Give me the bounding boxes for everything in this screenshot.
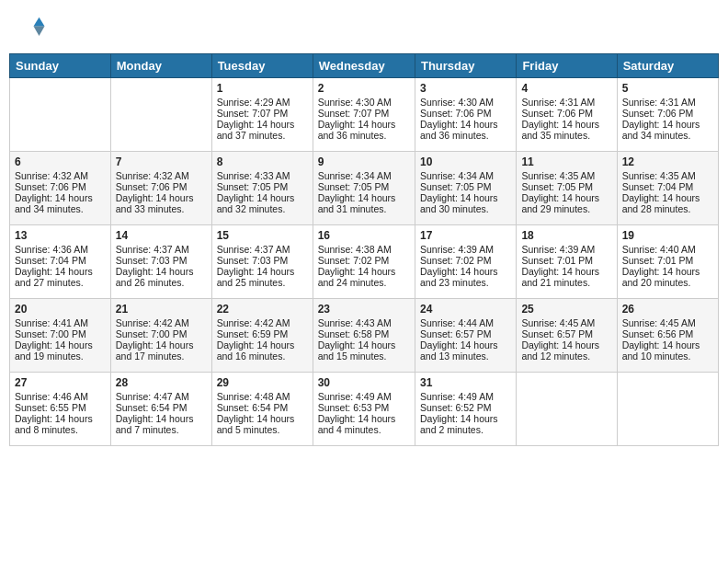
calendar-cell: 23Sunrise: 4:43 AMSunset: 6:58 PMDayligh… xyxy=(313,299,415,373)
daylight-text: Daylight: 14 hours and 15 minutes. xyxy=(318,339,410,362)
day-number: 19 xyxy=(622,229,713,242)
sunset-text: Sunset: 7:02 PM xyxy=(318,255,410,266)
sunrise-text: Sunrise: 4:49 AM xyxy=(318,391,410,402)
sunset-text: Sunset: 7:06 PM xyxy=(521,108,611,119)
sunset-text: Sunset: 6:57 PM xyxy=(521,328,611,339)
sunrise-text: Sunrise: 4:37 AM xyxy=(217,244,308,255)
daylight-text: Daylight: 14 hours and 30 minutes. xyxy=(420,192,511,214)
daylight-text: Daylight: 14 hours and 31 minutes. xyxy=(318,192,410,214)
calendar-cell xyxy=(110,78,211,152)
sunrise-text: Sunrise: 4:35 AM xyxy=(622,170,713,181)
calendar-cell: 28Sunrise: 4:47 AMSunset: 6:54 PMDayligh… xyxy=(110,373,211,446)
daylight-text: Daylight: 14 hours and 7 minutes. xyxy=(116,413,207,435)
sunset-text: Sunset: 6:58 PM xyxy=(318,328,410,339)
sunset-text: Sunset: 6:56 PM xyxy=(622,328,713,339)
page-container: SundayMondayTuesdayWednesdayThursdayFrid… xyxy=(9,9,719,446)
day-number: 26 xyxy=(622,303,713,316)
daylight-text: Daylight: 14 hours and 13 minutes. xyxy=(420,339,511,362)
sunrise-text: Sunrise: 4:38 AM xyxy=(318,244,410,255)
calendar-cell: 1Sunrise: 4:29 AMSunset: 7:07 PMDaylight… xyxy=(211,78,313,152)
daylight-text: Daylight: 14 hours and 27 minutes. xyxy=(15,266,106,288)
daylight-text: Daylight: 14 hours and 17 minutes. xyxy=(116,339,207,362)
sunrise-text: Sunrise: 4:48 AM xyxy=(217,391,308,402)
calendar-cell: 5Sunrise: 4:31 AMSunset: 7:06 PMDaylight… xyxy=(617,78,718,152)
calendar-table: SundayMondayTuesdayWednesdayThursdayFrid… xyxy=(9,53,719,446)
calendar-cell xyxy=(517,373,617,446)
day-number: 10 xyxy=(420,155,511,168)
day-number: 28 xyxy=(116,376,207,389)
calendar-cell: 19Sunrise: 4:40 AMSunset: 7:01 PMDayligh… xyxy=(617,225,718,299)
calendar-cell: 24Sunrise: 4:44 AMSunset: 6:57 PMDayligh… xyxy=(415,299,516,373)
calendar-cell: 6Sunrise: 4:32 AMSunset: 7:06 PMDaylight… xyxy=(10,152,111,225)
daylight-text: Daylight: 14 hours and 12 minutes. xyxy=(521,339,611,362)
daylight-text: Daylight: 14 hours and 20 minutes. xyxy=(622,266,713,288)
calendar-cell: 13Sunrise: 4:36 AMSunset: 7:04 PMDayligh… xyxy=(10,225,111,299)
sunrise-text: Sunrise: 4:30 AM xyxy=(318,97,410,108)
svg-marker-0 xyxy=(34,17,45,27)
sunset-text: Sunset: 7:07 PM xyxy=(318,108,410,119)
sunset-text: Sunset: 7:06 PM xyxy=(116,181,207,192)
sunrise-text: Sunrise: 4:32 AM xyxy=(15,170,106,181)
sunrise-text: Sunrise: 4:45 AM xyxy=(521,317,611,328)
sunrise-text: Sunrise: 4:35 AM xyxy=(521,170,611,181)
sunrise-text: Sunrise: 4:46 AM xyxy=(15,391,106,402)
day-number: 21 xyxy=(116,303,207,316)
sunrise-text: Sunrise: 4:44 AM xyxy=(420,317,511,328)
sunrise-text: Sunrise: 4:49 AM xyxy=(420,391,511,402)
calendar-cell: 11Sunrise: 4:35 AMSunset: 7:05 PMDayligh… xyxy=(517,152,617,225)
daylight-text: Daylight: 14 hours and 25 minutes. xyxy=(217,266,308,288)
day-number: 29 xyxy=(217,376,308,389)
day-number: 24 xyxy=(420,303,511,316)
day-number: 20 xyxy=(15,303,106,316)
week-row-4: 20Sunrise: 4:41 AMSunset: 7:00 PMDayligh… xyxy=(10,299,719,373)
sunset-text: Sunset: 7:06 PM xyxy=(622,108,713,119)
sunset-text: Sunset: 7:06 PM xyxy=(15,181,106,192)
sunset-text: Sunset: 7:01 PM xyxy=(521,255,611,266)
calendar-cell: 14Sunrise: 4:37 AMSunset: 7:03 PMDayligh… xyxy=(110,225,211,299)
sunset-text: Sunset: 6:54 PM xyxy=(217,402,308,413)
daylight-text: Daylight: 14 hours and 19 minutes. xyxy=(15,339,106,362)
day-number: 18 xyxy=(521,229,611,242)
week-row-3: 13Sunrise: 4:36 AMSunset: 7:04 PMDayligh… xyxy=(10,225,719,299)
daylight-text: Daylight: 14 hours and 21 minutes. xyxy=(521,266,611,288)
sunset-text: Sunset: 6:57 PM xyxy=(420,328,511,339)
sunset-text: Sunset: 6:55 PM xyxy=(15,402,106,413)
week-row-5: 27Sunrise: 4:46 AMSunset: 6:55 PMDayligh… xyxy=(10,373,719,446)
day-number: 11 xyxy=(521,155,611,168)
day-number: 2 xyxy=(318,82,410,95)
weekday-header-row: SundayMondayTuesdayWednesdayThursdayFrid… xyxy=(10,54,719,78)
sunrise-text: Sunrise: 4:33 AM xyxy=(217,170,308,181)
calendar-cell: 20Sunrise: 4:41 AMSunset: 7:00 PMDayligh… xyxy=(10,299,111,373)
day-number: 6 xyxy=(15,155,106,168)
daylight-text: Daylight: 14 hours and 5 minutes. xyxy=(217,413,308,435)
calendar-cell: 21Sunrise: 4:42 AMSunset: 7:00 PMDayligh… xyxy=(110,299,211,373)
sunrise-text: Sunrise: 4:47 AM xyxy=(116,391,207,402)
calendar-cell: 7Sunrise: 4:32 AMSunset: 7:06 PMDaylight… xyxy=(110,152,211,225)
daylight-text: Daylight: 14 hours and 35 minutes. xyxy=(521,119,611,141)
sunset-text: Sunset: 7:00 PM xyxy=(15,328,106,339)
day-number: 7 xyxy=(116,155,207,168)
daylight-text: Daylight: 14 hours and 24 minutes. xyxy=(318,266,410,288)
sunset-text: Sunset: 7:07 PM xyxy=(217,108,308,119)
weekday-header-sunday: Sunday xyxy=(10,54,111,78)
week-row-2: 6Sunrise: 4:32 AMSunset: 7:06 PMDaylight… xyxy=(10,152,719,225)
calendar-cell xyxy=(10,78,111,152)
day-number: 16 xyxy=(318,229,410,242)
sunrise-text: Sunrise: 4:43 AM xyxy=(318,317,410,328)
calendar-cell: 27Sunrise: 4:46 AMSunset: 6:55 PMDayligh… xyxy=(10,373,111,446)
calendar-cell: 31Sunrise: 4:49 AMSunset: 6:52 PMDayligh… xyxy=(415,373,516,446)
day-number: 1 xyxy=(217,82,308,95)
calendar-cell: 4Sunrise: 4:31 AMSunset: 7:06 PMDaylight… xyxy=(517,78,617,152)
daylight-text: Daylight: 14 hours and 36 minutes. xyxy=(420,119,511,141)
sunset-text: Sunset: 6:53 PM xyxy=(318,402,410,413)
sunrise-text: Sunrise: 4:36 AM xyxy=(15,244,106,255)
weekday-header-friday: Friday xyxy=(517,54,617,78)
day-number: 30 xyxy=(318,376,410,389)
calendar-cell: 29Sunrise: 4:48 AMSunset: 6:54 PMDayligh… xyxy=(211,373,313,446)
weekday-header-wednesday: Wednesday xyxy=(313,54,415,78)
daylight-text: Daylight: 14 hours and 33 minutes. xyxy=(116,192,207,214)
calendar-cell: 2Sunrise: 4:30 AMSunset: 7:07 PMDaylight… xyxy=(313,78,415,152)
sunset-text: Sunset: 7:04 PM xyxy=(15,255,106,266)
sunset-text: Sunset: 7:03 PM xyxy=(217,255,308,266)
day-number: 15 xyxy=(217,229,308,242)
